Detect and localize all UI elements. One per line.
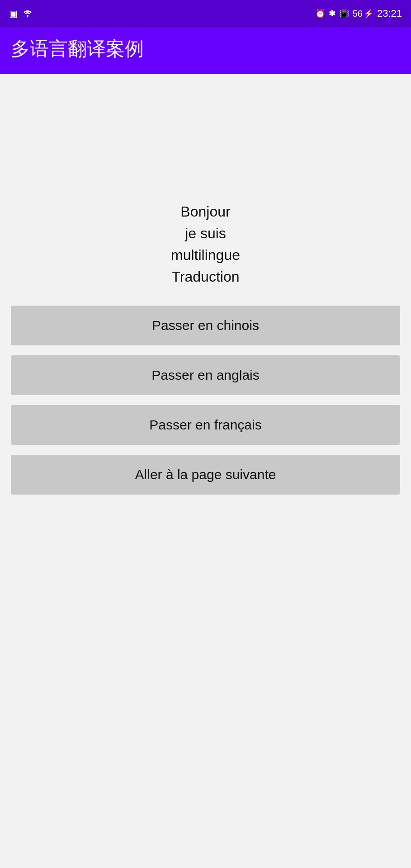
doc-icon: ▣: [9, 8, 18, 19]
app-bar: 多语言翻译案例: [0, 27, 411, 74]
time-display: 23:21: [377, 8, 402, 19]
text-line-2: je suis: [171, 222, 240, 244]
text-line-1: Bonjour: [171, 201, 240, 222]
wifi-icon: [22, 8, 33, 19]
text-block: Bonjour je suis multilingue Traduction: [171, 201, 240, 288]
status-bar-right: ⏰ ✱ 📳 56 ⚡ 23:21: [315, 8, 402, 19]
switch-chinese-button[interactable]: Passer en chinois: [11, 306, 400, 345]
battery-level-text: 56: [353, 9, 363, 19]
status-bar-left: ▣: [9, 8, 33, 19]
vibrate-icon: 📳: [339, 9, 349, 19]
main-content: Bonjour je suis multilingue Traduction P…: [0, 74, 411, 868]
text-line-3: multilingue: [171, 244, 240, 266]
battery-container: 56 ⚡: [353, 9, 373, 19]
svg-point-0: [27, 15, 28, 17]
text-line-4: Traduction: [171, 266, 240, 288]
bluetooth-icon: ✱: [329, 9, 335, 19]
alarm-icon: ⏰: [315, 9, 325, 19]
app-bar-title: 多语言翻译案例: [11, 38, 144, 59]
status-bar: ▣ ⏰ ✱ 📳 56 ⚡ 23:21: [0, 0, 411, 27]
battery-icon: ⚡: [364, 9, 373, 19]
buttons-container: Passer en chinois Passer en anglais Pass…: [11, 306, 400, 495]
switch-english-button[interactable]: Passer en anglais: [11, 355, 400, 395]
switch-french-button[interactable]: Passer en français: [11, 405, 400, 445]
next-page-button[interactable]: Aller à la page suivante: [11, 455, 400, 495]
